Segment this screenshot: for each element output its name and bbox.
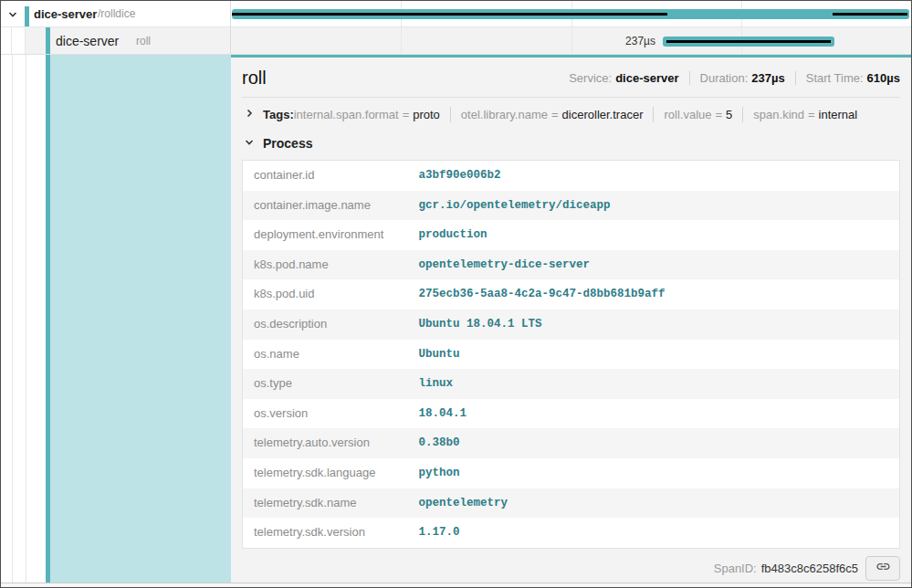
- span-detail-header: roll Service:dice-server Duration:237µs …: [231, 58, 911, 97]
- process-value: 18.04.1: [408, 399, 900, 429]
- process-label: Process: [263, 136, 312, 151]
- indent-guide-line: [12, 55, 13, 583]
- process-key: os.type: [243, 369, 408, 399]
- timeline-gridline: [401, 27, 402, 54]
- span-row-rolldice[interactable]: dice-server /rolldice: [1, 1, 911, 27]
- timeline-cell-roll: 237µs: [231, 27, 911, 54]
- span-summary: Service:dice-server Duration:237µs Start…: [569, 71, 900, 85]
- process-key: container.image.name: [243, 191, 408, 221]
- separator: [689, 71, 690, 85]
- table-row: deployment.environmentproduction: [243, 220, 900, 250]
- span-name-cell-rolldice[interactable]: dice-server /rolldice: [1, 1, 231, 26]
- critical-path-segment: [666, 40, 831, 43]
- process-value: 1.17.0: [408, 518, 900, 548]
- tag-key: internal.span.format: [294, 108, 399, 121]
- span-bar-roll[interactable]: [663, 37, 834, 47]
- operation-name: /rolldice: [98, 7, 135, 20]
- tag-item: roll.value=5: [664, 108, 732, 121]
- process-value: opentelemetry-dice-server: [408, 250, 900, 280]
- tag-value: internal: [819, 108, 858, 121]
- table-row: k8s.pod.uid275ecb36-5aa8-4c2a-9c47-d8bb6…: [243, 279, 900, 310]
- service-color-bar: [46, 27, 50, 54]
- service-value: dice-server: [615, 71, 678, 85]
- process-key: deployment.environment: [243, 220, 408, 250]
- process-value: Ubuntu: [408, 340, 900, 370]
- process-key: telemetry.auto.version: [243, 428, 408, 458]
- span-id-label: SpanID:: [714, 562, 757, 575]
- chevron-right-icon: [244, 108, 255, 121]
- start-time-value: 610µs: [867, 71, 900, 85]
- indent-guide: [1, 27, 12, 54]
- span-title: roll: [242, 68, 267, 89]
- span-detail-footer: SpanID: fb483c8c6258f6c5: [231, 549, 911, 581]
- separator: [742, 107, 743, 122]
- table-row: os.typelinux: [243, 369, 900, 399]
- operation-name: roll: [136, 35, 151, 47]
- tags-accordion[interactable]: Tags: internal.span.format=proto otel.li…: [231, 98, 911, 129]
- process-key-values-table: container.ida3bf90e006b2 container.image…: [242, 160, 900, 549]
- separator: [795, 71, 796, 85]
- tags-label: Tags:: [263, 108, 294, 121]
- process-key: os.version: [243, 399, 408, 429]
- copy-span-link-button[interactable]: [865, 556, 900, 581]
- tag-equals: =: [808, 108, 815, 121]
- service-name: dice-server: [56, 34, 119, 48]
- process-value: 275ecb36-5aa8-4c2a-9c47-d8bb681b9aff: [408, 279, 900, 310]
- span-detail-panel: roll Service:dice-server Duration:237µs …: [231, 55, 911, 583]
- process-value: linux: [408, 369, 900, 399]
- service-name: dice-server: [34, 7, 97, 21]
- jaeger-trace-view: dice-server /rolldice dice-server roll 2…: [0, 0, 912, 588]
- separator: [450, 107, 451, 122]
- tag-key: roll.value: [664, 108, 711, 121]
- span-bar-rolldice[interactable]: [232, 9, 909, 19]
- tag-value: diceroller.tracer: [562, 108, 644, 121]
- process-value: production: [408, 220, 900, 250]
- chevron-down-icon: [244, 136, 255, 151]
- span-id-value: fb483c8c6258f6c5: [761, 562, 858, 575]
- start-time-label: Start Time:: [806, 71, 864, 85]
- tag-key: otel.library.name: [461, 108, 548, 121]
- table-row: container.ida3bf90e006b2: [243, 161, 900, 191]
- timeline-gridline: [571, 27, 572, 54]
- tag-equals: =: [551, 108, 559, 121]
- process-value: python: [408, 458, 900, 488]
- span-name-cell-roll[interactable]: dice-server roll: [1, 27, 231, 54]
- process-key: os.name: [243, 340, 408, 370]
- span-row-roll-selected[interactable]: dice-server roll 237µs: [1, 27, 911, 55]
- table-row: telemetry.sdk.languagepython: [243, 458, 900, 488]
- table-row: os.nameUbuntu: [243, 340, 900, 370]
- table-row: telemetry.sdk.version1.17.0: [243, 518, 900, 548]
- duration-label: Duration:: [700, 71, 749, 85]
- tag-value: 5: [726, 108, 732, 121]
- collapse-children-button[interactable]: [6, 9, 19, 22]
- table-row: telemetry.sdk.nameopentelemetry: [243, 488, 900, 519]
- tag-item: span.kind=internal: [753, 108, 857, 121]
- timeline-cell-rolldice: [231, 1, 911, 26]
- process-key: telemetry.sdk.name: [243, 488, 408, 519]
- process-key: k8s.pod.uid: [243, 279, 408, 310]
- selected-span-color-fill: [50, 55, 231, 583]
- table-row: k8s.pod.nameopentelemetry-dice-server: [243, 250, 900, 280]
- process-value: opentelemetry: [408, 488, 900, 519]
- tag-key: span.kind: [753, 108, 804, 121]
- table-row: telemetry.auto.version0.38b0: [243, 428, 900, 458]
- process-key: telemetry.sdk.version: [243, 518, 408, 548]
- process-value: 0.38b0: [408, 428, 900, 458]
- process-value: a3bf90e006b2: [408, 161, 900, 191]
- service-label: Service:: [569, 71, 612, 85]
- process-key: k8s.pod.name: [243, 250, 408, 280]
- critical-path-segment: [833, 13, 907, 16]
- table-row: os.version18.04.1: [243, 399, 900, 429]
- tag-value: proto: [413, 108, 440, 121]
- process-value: Ubuntu 18.04.1 LTS: [408, 310, 900, 340]
- table-row: os.descriptionUbuntu 18.04.1 LTS: [243, 310, 900, 340]
- indent-guide: [12, 27, 26, 54]
- process-value: gcr.io/opentelemetry/diceapp: [408, 191, 900, 221]
- tag-item: otel.library.name=diceroller.tracer: [461, 108, 644, 121]
- process-key: os.description: [243, 310, 408, 340]
- span-tree-offset-region: [1, 55, 231, 583]
- bottom-scroll-strip: [1, 583, 911, 587]
- process-accordion[interactable]: Process: [231, 129, 911, 156]
- span-duration-label: 237µs: [625, 35, 655, 47]
- separator: [653, 107, 654, 122]
